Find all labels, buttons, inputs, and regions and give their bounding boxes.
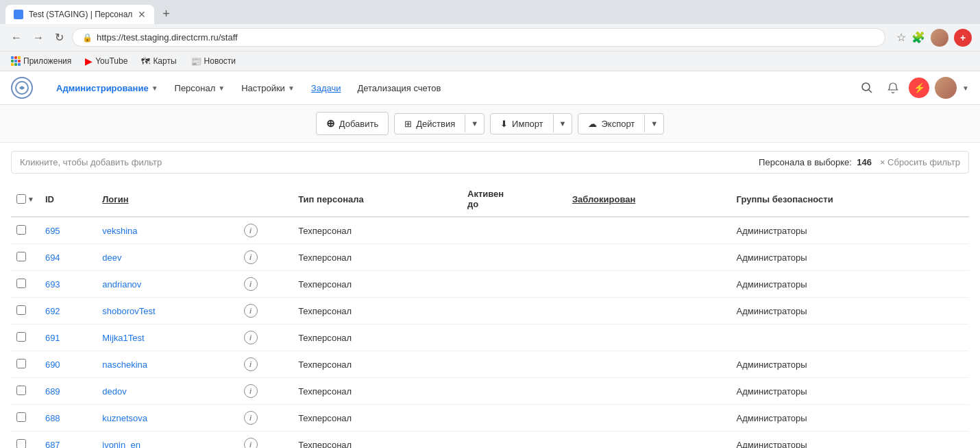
row-staff-type: Техперсонал bbox=[293, 432, 462, 449]
profile-icon[interactable] bbox=[931, 29, 948, 47]
bookmark-star-icon[interactable]: ☆ bbox=[896, 31, 906, 44]
info-icon[interactable]: i bbox=[244, 357, 258, 371]
row-checkbox[interactable] bbox=[16, 305, 26, 315]
row-login[interactable]: kuznetsova bbox=[97, 405, 238, 432]
table-header-row: ▼ ID Логин Тип персонала Активендо Забло bbox=[11, 182, 969, 217]
nav-staff[interactable]: Персонал ▼ bbox=[168, 79, 232, 97]
active-tab[interactable]: Test (STAGING) | Персонал ✕ bbox=[5, 5, 154, 24]
row-checkbox[interactable] bbox=[16, 439, 26, 449]
export-button[interactable]: ☁ Экспорт ▼ bbox=[578, 113, 664, 134]
bookmark-news[interactable]: 📰 Новости bbox=[188, 55, 238, 68]
youtube-icon: ▶ bbox=[85, 56, 93, 67]
nav-billing-label: Детализация счетов bbox=[357, 83, 441, 93]
row-checkbox[interactable] bbox=[16, 412, 26, 422]
import-main[interactable]: ⬇ Импорт bbox=[491, 114, 552, 134]
info-icon[interactable]: i bbox=[244, 224, 258, 237]
row-blocked bbox=[567, 325, 731, 351]
row-info-cell: i bbox=[238, 217, 293, 244]
row-id[interactable]: 694 bbox=[40, 244, 97, 271]
nav-tasks[interactable]: Задачи bbox=[304, 79, 348, 97]
info-icon[interactable]: i bbox=[244, 277, 258, 291]
row-checkbox[interactable] bbox=[16, 225, 26, 235]
info-icon[interactable]: i bbox=[244, 331, 258, 344]
filter-count-value: 146 bbox=[857, 157, 872, 167]
row-blocked bbox=[567, 351, 731, 378]
checkbox-dropdown-arrow[interactable]: ▼ bbox=[27, 196, 34, 203]
bookmark-apps[interactable]: Приложения bbox=[8, 55, 74, 67]
row-id[interactable]: 690 bbox=[40, 351, 97, 378]
import-dropdown-arrow[interactable]: ▼ bbox=[553, 115, 572, 132]
info-icon[interactable]: i bbox=[244, 304, 258, 318]
filter-bar[interactable]: Кликните, чтобы добавить фильтр Персонал… bbox=[11, 151, 969, 174]
row-login[interactable]: deev bbox=[97, 244, 238, 271]
tab-close-button[interactable]: ✕ bbox=[138, 9, 146, 20]
user-menu-arrow[interactable]: ▼ bbox=[962, 84, 969, 92]
bookmark-maps[interactable]: 🗺 Карты bbox=[138, 55, 179, 68]
info-icon[interactable]: i bbox=[244, 438, 258, 448]
address-bar: ← → ↻ 🔒 https://test.staging.directcrm.r… bbox=[0, 24, 980, 51]
table-row: 693 andrianov i Техперсонал Администрато… bbox=[11, 271, 969, 298]
forward-button[interactable]: → bbox=[30, 29, 47, 47]
row-staff-type: Техперсонал bbox=[293, 378, 462, 405]
row-checkbox[interactable] bbox=[16, 386, 26, 395]
filter-count: Персонала в выборке: 146 bbox=[759, 157, 872, 167]
row-login[interactable]: shoborovTest bbox=[97, 298, 238, 325]
row-login[interactable]: andrianov bbox=[97, 271, 238, 298]
actions-button[interactable]: ⊞ Действия ▼ bbox=[394, 113, 485, 134]
export-main[interactable]: ☁ Экспорт bbox=[578, 114, 644, 134]
row-staff-type: Техперсонал bbox=[293, 351, 462, 378]
row-checkbox-cell bbox=[11, 351, 40, 378]
add-profile-icon[interactable]: + bbox=[954, 29, 972, 47]
reload-button[interactable]: ↻ bbox=[52, 28, 66, 47]
row-id[interactable]: 691 bbox=[40, 325, 97, 351]
table-row: 694 deev i Техперсонал Администраторы bbox=[11, 244, 969, 271]
select-all-checkbox[interactable] bbox=[16, 194, 26, 204]
row-login[interactable]: naschekina bbox=[97, 351, 238, 378]
nav-settings[interactable]: Настройки ▼ bbox=[234, 79, 302, 97]
row-checkbox[interactable] bbox=[16, 252, 26, 261]
row-blocked bbox=[567, 271, 731, 298]
filter-reset-button[interactable]: × Сбросить фильтр bbox=[880, 157, 960, 167]
new-tab-button[interactable]: + bbox=[157, 4, 175, 24]
extensions-icon[interactable]: 🧩 bbox=[911, 31, 925, 44]
row-login[interactable]: vekshina bbox=[97, 217, 238, 244]
bookmarks-bar: Приложения ▶ YouTube 🗺 Карты 📰 Новости bbox=[0, 51, 980, 71]
info-icon[interactable]: i bbox=[244, 384, 258, 398]
info-icon[interactable]: i bbox=[244, 250, 258, 264]
row-checkbox[interactable] bbox=[16, 359, 26, 368]
row-id[interactable]: 695 bbox=[40, 217, 97, 244]
row-checkbox[interactable] bbox=[16, 279, 26, 288]
row-checkbox[interactable] bbox=[16, 332, 26, 342]
row-security-groups: Администраторы bbox=[731, 298, 969, 325]
row-id[interactable]: 689 bbox=[40, 378, 97, 405]
notifications-button[interactable] bbox=[883, 78, 903, 98]
row-login[interactable]: ivonin_en bbox=[97, 432, 238, 449]
actions-dropdown-arrow[interactable]: ▼ bbox=[465, 115, 484, 132]
row-staff-type: Техперсонал bbox=[293, 325, 462, 351]
row-login[interactable]: Mijka1Test bbox=[97, 325, 238, 351]
row-id[interactable]: 692 bbox=[40, 298, 97, 325]
row-id[interactable]: 693 bbox=[40, 271, 97, 298]
export-dropdown-arrow[interactable]: ▼ bbox=[644, 115, 663, 132]
nav-administration[interactable]: Администрирование ▼ bbox=[49, 79, 165, 97]
bookmark-youtube[interactable]: ▶ YouTube bbox=[82, 54, 130, 68]
maps-icon: 🗺 bbox=[141, 56, 150, 67]
app-logo[interactable] bbox=[11, 77, 33, 99]
alerts-button[interactable]: ⚡ bbox=[909, 78, 929, 98]
row-login[interactable]: dedov bbox=[97, 378, 238, 405]
row-active-until bbox=[462, 244, 567, 271]
nav-billing[interactable]: Детализация счетов bbox=[350, 79, 448, 97]
user-avatar[interactable] bbox=[935, 77, 957, 99]
url-bar[interactable]: 🔒 https://test.staging.directcrm.ru/staf… bbox=[72, 28, 885, 47]
search-button[interactable] bbox=[857, 78, 877, 98]
import-button[interactable]: ⬇ Импорт ▼ bbox=[490, 113, 572, 134]
add-button[interactable]: ⊕ Добавить bbox=[316, 112, 389, 135]
info-icon[interactable]: i bbox=[244, 411, 258, 425]
row-checkbox-cell bbox=[11, 405, 40, 432]
row-id[interactable]: 687 bbox=[40, 432, 97, 449]
back-button[interactable]: ← bbox=[8, 29, 25, 47]
actions-main[interactable]: ⊞ Действия bbox=[395, 114, 465, 134]
header-checkbox-cell: ▼ bbox=[11, 182, 40, 217]
row-id[interactable]: 688 bbox=[40, 405, 97, 432]
add-label: Добавить bbox=[339, 119, 378, 129]
